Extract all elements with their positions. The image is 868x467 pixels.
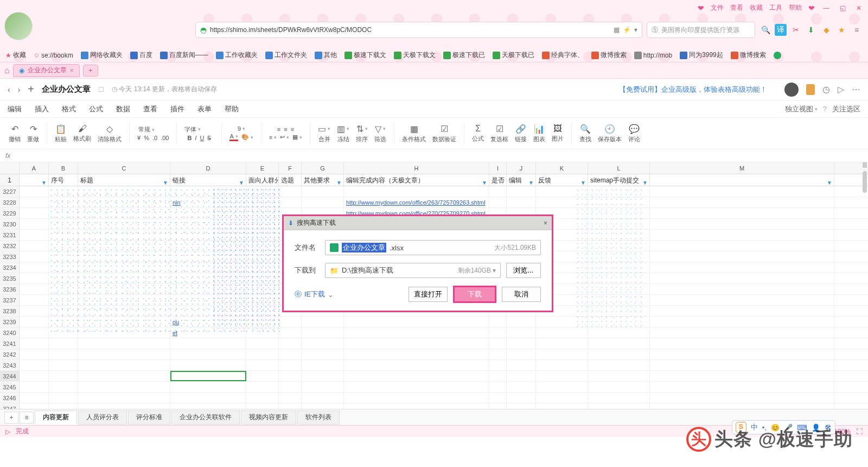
cell[interactable]: [489, 403, 507, 409]
menu-format[interactable]: 格式: [62, 104, 76, 114]
find-button[interactable]: 🔍查找: [577, 124, 593, 143]
sheet-tab[interactable]: 内容更新: [35, 411, 77, 425]
filter-icon[interactable]: ▼: [642, 177, 648, 186]
formula-button[interactable]: Σ公式: [470, 124, 486, 143]
cell[interactable]: [170, 338, 246, 349]
cell[interactable]: [49, 251, 78, 262]
cell[interactable]: [302, 338, 344, 349]
cell[interactable]: [20, 338, 49, 349]
menu-edit[interactable]: 编辑: [8, 104, 22, 114]
table-row[interactable]: 3240et: [0, 327, 868, 338]
cell[interactable]: [246, 349, 279, 359]
cell[interactable]: [650, 306, 834, 316]
menu-insert[interactable]: 插入: [35, 104, 49, 114]
filter-button[interactable]: ▽筛选: [372, 124, 388, 143]
format-brush-button[interactable]: 🖌格式刷: [71, 124, 93, 143]
cell[interactable]: [279, 349, 302, 359]
comment-button[interactable]: 💬评论: [626, 124, 642, 143]
table-row[interactable]: 3227: [0, 186, 868, 197]
nav-fwd-button[interactable]: ›: [18, 85, 21, 94]
maximize-button[interactable]: ◱: [838, 4, 847, 12]
cell[interactable]: [49, 393, 78, 403]
cell[interactable]: [489, 393, 507, 403]
cell[interactable]: [302, 360, 344, 370]
percent-icon[interactable]: %: [144, 135, 149, 141]
bookmark-item[interactable]: 同为3999起: [680, 51, 723, 60]
cell[interactable]: [20, 230, 49, 240]
cell[interactable]: [507, 186, 536, 197]
row-number[interactable]: 3238: [0, 306, 20, 316]
cell[interactable]: [650, 197, 834, 207]
cell[interactable]: [20, 393, 49, 403]
collaborator-avatar[interactable]: [806, 84, 815, 95]
bookmark-item[interactable]: 其他: [315, 51, 337, 60]
cell[interactable]: [170, 273, 246, 283]
row-number[interactable]: 3244: [0, 371, 20, 381]
cell[interactable]: [246, 197, 279, 207]
table-row[interactable]: 3239ou: [0, 317, 868, 327]
cell[interactable]: [279, 197, 302, 207]
cell[interactable]: [78, 295, 170, 305]
table-row[interactable]: 3245: [0, 382, 868, 393]
undo-button[interactable]: ↶撤销: [7, 124, 23, 143]
cell[interactable]: [20, 262, 49, 273]
picture-button[interactable]: 🖼图片: [550, 124, 566, 143]
cell[interactable]: [650, 338, 834, 349]
menu-fav[interactable]: 收藏: [750, 3, 763, 12]
cell[interactable]: [588, 306, 650, 316]
cell[interactable]: [20, 197, 49, 207]
cell[interactable]: [489, 382, 507, 392]
row-number[interactable]: 3242: [0, 349, 20, 359]
cell[interactable]: [246, 360, 279, 370]
col-header[interactable]: D: [170, 162, 246, 174]
play-icon[interactable]: ▷: [5, 428, 10, 436]
cell[interactable]: [170, 393, 246, 403]
cell[interactable]: [588, 219, 650, 229]
download-button[interactable]: 下载: [453, 286, 496, 303]
cell[interactable]: [279, 338, 302, 349]
cell[interactable]: [20, 241, 49, 251]
cell[interactable]: [344, 338, 489, 349]
table-row[interactable]: 3246: [0, 393, 868, 403]
cell[interactable]: [650, 382, 834, 392]
cell[interactable]: [279, 327, 302, 338]
cell[interactable]: [246, 306, 279, 316]
cell[interactable]: [650, 317, 834, 327]
cell[interactable]: [279, 382, 302, 392]
cell[interactable]: [650, 403, 834, 409]
nav-back-button[interactable]: ‹: [8, 85, 10, 94]
cell[interactable]: [246, 219, 279, 229]
menu-help[interactable]: 帮助: [789, 3, 802, 12]
cell[interactable]: [78, 186, 170, 197]
cell[interactable]: [650, 208, 834, 218]
cell[interactable]: [536, 327, 588, 338]
cell[interactable]: [170, 251, 246, 262]
cell[interactable]: [489, 371, 507, 381]
cell[interactable]: [507, 317, 536, 327]
flash-icon[interactable]: ⚡: [623, 26, 631, 34]
cell[interactable]: [20, 371, 49, 381]
cell[interactable]: [588, 251, 650, 262]
sheet-list-button[interactable]: ≡: [20, 412, 34, 424]
bookmark-doc-icon[interactable]: ☐: [98, 86, 104, 93]
cell[interactable]: [588, 403, 650, 409]
cell[interactable]: [246, 262, 279, 273]
cell[interactable]: [78, 306, 170, 316]
bookmark-item[interactable]: http://mob: [634, 52, 672, 59]
sort-button[interactable]: ⇅排序: [354, 124, 370, 143]
row-number[interactable]: 3245: [0, 382, 20, 392]
cell[interactable]: [489, 186, 507, 197]
filter-icon[interactable]: ▼: [163, 177, 168, 186]
cell[interactable]: [302, 197, 344, 207]
row-number[interactable]: 3234: [0, 262, 20, 273]
font-size-dropdown[interactable]: 9: [238, 125, 245, 132]
cell[interactable]: [78, 382, 170, 392]
menu-formula[interactable]: 公式: [89, 104, 103, 114]
cell[interactable]: [49, 284, 78, 294]
redo-button[interactable]: ↷重做: [25, 124, 41, 143]
cell[interactable]: [536, 317, 588, 327]
cond-format-button[interactable]: ▦条件格式: [400, 124, 428, 143]
valign-icon[interactable]: ≡: [269, 134, 277, 141]
cell[interactable]: [78, 338, 170, 349]
cell[interactable]: [650, 349, 834, 359]
